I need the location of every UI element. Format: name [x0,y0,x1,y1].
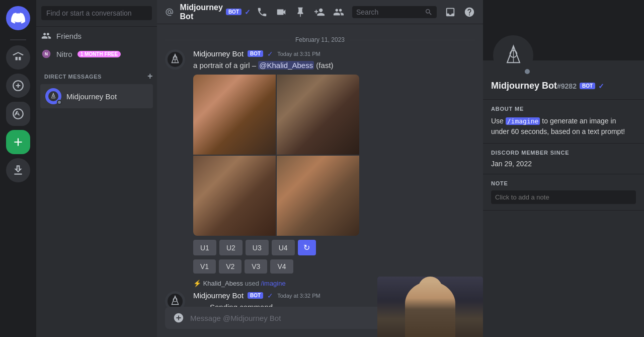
sidebar-item-home[interactable] [6,45,30,70]
download-icon [12,164,25,177]
system-command: /imagine [261,280,286,287]
pin-button[interactable] [295,7,306,18]
bot-avatar-icon-2 [168,294,183,307]
message-text-before: a portrait of a girl – [193,61,258,70]
sidebar-item-nitro[interactable] [6,74,30,98]
message-timestamp-1: Today at 3:31 PM [277,51,320,57]
v2-button[interactable]: V2 [219,259,242,274]
v4-button[interactable]: V4 [270,259,293,274]
message-group-1: Midjourney Bot BOT ✓ Today at 3:31 PM a … [157,47,483,276]
message-bot-badge-2: BOT [248,292,263,299]
portrait-3[interactable] [193,156,276,236]
midjourney-avatar [45,88,61,104]
profile-status-dot [523,68,531,76]
sidebar-item-friends[interactable]: Friends [36,27,157,45]
svg-text:N: N [45,51,48,56]
chat-search-input[interactable] [356,8,422,16]
phone-icon [257,7,268,18]
nitro-small-icon: N [41,49,51,59]
message-bot-badge-1: BOT [248,50,263,57]
add-friend-icon [314,7,325,18]
webcam-video [377,277,483,337]
profile-display-name: Midjourney Bot#9282 [491,81,577,91]
person-body-shape [405,282,455,337]
profile-name-area: Midjourney Bot#9282 BOT ✓ [491,81,636,91]
chat-header: Midjourney Bot BOT ✓ [157,0,483,24]
member-since-title: DISCORD MEMBER SINCE [491,150,636,156]
dm-item-midjourney[interactable]: Midjourney Bot [40,84,153,108]
members-button[interactable] [333,7,344,18]
inbox-button[interactable] [445,7,456,18]
nitro-icon [12,79,25,92]
u1-button[interactable]: U1 [193,240,216,255]
profile-discriminator: #9282 [557,82,577,90]
discord-logo[interactable] [6,6,30,30]
portrait-1[interactable] [193,75,276,155]
plus-circle-icon [173,312,184,323]
pin-icon [295,7,306,18]
message-mention: @Khalid_Abess [258,61,314,70]
sidebar-item-download[interactable] [6,158,30,182]
sidebar-item-add-server[interactable] [6,130,30,154]
refresh-icon: ↻ [303,243,310,252]
message-content-1: Midjourney Bot BOT ✓ Today at 3:31 PM a … [193,49,475,274]
video-button[interactable] [276,7,287,18]
sidebar-divider [10,39,26,40]
u4-button[interactable]: U4 [272,240,295,255]
message-text-after: (fast) [314,61,333,70]
inbox-icon [445,7,456,18]
refresh-button[interactable]: ↻ [298,240,316,255]
chat-header-name: Midjourney Bot BOT ✓ [180,3,251,21]
add-icon [12,136,25,149]
u2-button[interactable]: U2 [219,240,243,255]
sidebar-item-nitro[interactable]: N Nitro 1 MONTH FREE [36,45,157,63]
message-verified-1: ✓ [267,50,273,58]
message-author-1: Midjourney Bot [193,49,244,58]
bot-avatar-2 [165,291,185,307]
about-me-section: ABOUT ME Use /imagine to generate an ima… [483,100,644,144]
sidebar-item-explore[interactable] [6,102,30,126]
system-used-text: used [245,280,261,287]
new-dm-button[interactable]: + [147,71,153,82]
friends-icon [41,31,51,41]
note-section: NOTE [483,174,644,211]
explore-icon [12,107,25,120]
imagine-command-highlight: /imagine [506,117,540,125]
add-friend-button[interactable] [314,7,325,18]
call-button[interactable] [257,7,268,18]
portrait-4[interactable] [277,156,359,236]
direct-messages-label: DIRECT MESSAGES [44,74,102,80]
u3-button[interactable]: U3 [246,240,269,255]
profile-banner [483,0,644,60]
portrait-2[interactable] [277,75,359,155]
webcam-overlay [377,277,483,337]
at-icon [165,7,174,18]
action-buttons-row2: V1 V2 V3 V4 [193,259,475,274]
sidebar-icons [0,0,36,337]
attach-button[interactable] [173,312,184,323]
v3-button[interactable]: V3 [245,259,267,274]
members-icon [333,7,344,18]
profile-username: Midjourney Bot [491,81,557,91]
nitro-label: Nitro [56,50,72,58]
member-since-section: DISCORD MEMBER SINCE Jan 29, 2022 [483,144,644,174]
dm-status-indicator [57,100,62,105]
right-panel: Midjourney Bot#9282 BOT ✓ ABOUT ME Use /… [483,0,644,337]
v1-button[interactable]: V1 [193,259,216,274]
about-me-text: Use /imagine to generate an image in und… [491,116,636,137]
chat-input-field[interactable] [190,314,393,322]
dm-search-input[interactable] [41,6,152,20]
home-icon [12,51,25,64]
chat-bot-name: Midjourney Bot [180,3,223,21]
nitro-badge: 1 MONTH FREE [77,51,121,57]
message-header-1: Midjourney Bot BOT ✓ Today at 3:31 PM [193,49,475,58]
note-input[interactable] [491,190,636,204]
message-author-2: Midjourney Bot [193,291,244,300]
about-me-before: Use [491,117,506,125]
sending-text: Sending command... [210,302,279,307]
help-button[interactable] [464,7,475,18]
direct-messages-header: DIRECT MESSAGES + [36,63,157,84]
action-buttons-row1: U1 U2 U3 U4 ↻ [193,240,475,255]
chat-messages: February 11, 2023 Midjourney Bot BOT ✓ T… [157,24,483,307]
profile-bot-badge: BOT [580,83,595,89]
